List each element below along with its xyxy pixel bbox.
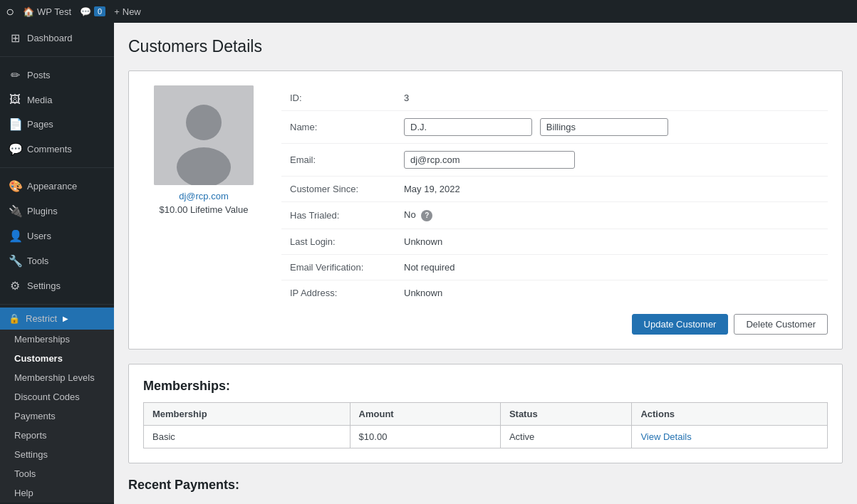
email-verification-value: Not required xyxy=(395,254,828,280)
email-label: Email: xyxy=(281,144,395,177)
memberships-card: Memberships: Membership Amount Status Ac… xyxy=(128,364,843,463)
table-row-email: Email: xyxy=(281,144,828,177)
lock-icon: 🔒 xyxy=(9,313,20,324)
comments-nav-icon: 💬 xyxy=(9,142,21,156)
posts-icon: ✏ xyxy=(9,68,21,82)
plugins-icon: 🔌 xyxy=(9,204,21,218)
view-details-link[interactable]: View Details xyxy=(640,431,691,442)
trialed-value: No xyxy=(404,209,416,220)
trialed-value-cell: No ? xyxy=(395,202,828,229)
sidebar-item-help[interactable]: Help xyxy=(0,483,114,503)
col-membership: Membership xyxy=(144,402,350,425)
wp-logo-icon[interactable]: ○ xyxy=(6,4,14,20)
restrict-submenu: Memberships Customers Membership Levels … xyxy=(0,330,114,503)
recent-payments-section: Recent Payments: xyxy=(128,478,843,493)
table-row-name: Name: xyxy=(281,111,828,144)
memberships-section-title: Memberships: xyxy=(143,379,828,394)
trialed-label: Has Trialed: xyxy=(281,202,395,229)
new-content-button[interactable]: + New xyxy=(114,6,141,17)
trialed-help-icon[interactable]: ? xyxy=(421,210,432,221)
delete-customer-button[interactable]: Delete Customer xyxy=(734,314,828,335)
restrict-menu-header[interactable]: 🔒 Restrict ▶ xyxy=(0,308,114,330)
chevron-right-icon: ▶ xyxy=(63,315,68,322)
settings-icon: ⚙ xyxy=(9,279,21,293)
sidebar-item-posts[interactable]: ✏ Posts xyxy=(0,63,114,88)
comment-icon: 💬 xyxy=(80,6,91,17)
sidebar-item-memberships[interactable]: Memberships xyxy=(0,330,114,349)
memberships-table: Membership Amount Status Actions Basic $… xyxy=(143,402,828,448)
appearance-icon: 🎨 xyxy=(9,179,21,193)
since-value: May 19, 2022 xyxy=(395,177,828,202)
table-row-last-login: Last Login: Unknown xyxy=(281,229,828,254)
col-amount: Amount xyxy=(350,402,500,425)
sidebar-item-pages[interactable]: 📄 Pages xyxy=(0,112,114,137)
page-title: Customers Details xyxy=(128,37,843,56)
admin-bar: ○ 🏠 WP Test 💬 0 + New xyxy=(0,0,857,23)
sidebar-item-dashboard[interactable]: ⊞ Dashboard xyxy=(0,26,114,51)
media-icon: 🖼 xyxy=(9,93,21,106)
name-label: Name: xyxy=(281,111,395,144)
users-icon: 👤 xyxy=(9,229,21,243)
home-icon: 🏠 xyxy=(23,6,34,17)
col-status: Status xyxy=(500,402,632,425)
email-input[interactable] xyxy=(404,151,575,169)
comments-link[interactable]: 💬 0 xyxy=(80,6,105,17)
email-verification-label: Email Verification: xyxy=(281,254,395,280)
recent-payments-title: Recent Payments: xyxy=(128,478,843,493)
table-row-ip: IP Address: Unknown xyxy=(281,280,828,305)
tools-icon: 🔧 xyxy=(9,254,21,268)
main-content: Customers Details dj@rcp.com $10.00 Life… xyxy=(114,23,857,504)
ip-label: IP Address: xyxy=(281,280,395,305)
sidebar-item-tools[interactable]: 🔧 Tools xyxy=(0,248,114,273)
sidebar-item-reports[interactable]: Reports xyxy=(0,426,114,445)
svg-point-1 xyxy=(186,105,222,140)
sidebar-item-settings[interactable]: ⚙ Settings xyxy=(0,273,114,298)
sidebar-item-media[interactable]: 🖼 Media xyxy=(0,88,114,112)
membership-amount: $10.00 xyxy=(350,425,500,448)
sidebar-item-discount-codes[interactable]: Discount Codes xyxy=(0,387,114,406)
plus-icon: + xyxy=(114,6,120,17)
table-row-id: ID: 3 xyxy=(281,85,828,111)
sidebar-item-restrict-settings[interactable]: Settings xyxy=(0,445,114,464)
sidebar-item-comments[interactable]: 💬 Comments xyxy=(0,137,114,162)
memberships-table-header-row: Membership Amount Status Actions xyxy=(144,402,828,425)
table-row-trialed: Has Trialed: No ? xyxy=(281,202,828,229)
avatar xyxy=(154,85,254,185)
table-row-email-verification: Email Verification: Not required xyxy=(281,254,828,280)
since-label: Customer Since: xyxy=(281,177,395,202)
sidebar-item-appearance[interactable]: 🎨 Appearance xyxy=(0,174,114,199)
dashboard-icon: ⊞ xyxy=(9,31,21,45)
email-input-cell xyxy=(395,144,828,177)
sidebar-item-membership-levels[interactable]: Membership Levels xyxy=(0,368,114,387)
first-name-input[interactable] xyxy=(404,118,532,136)
table-row-since: Customer Since: May 19, 2022 xyxy=(281,177,828,202)
ip-value: Unknown xyxy=(395,280,828,305)
sidebar-item-restrict-tools[interactable]: Tools xyxy=(0,464,114,483)
lifetime-value: $10.00 Lifetime Value xyxy=(160,204,249,215)
sidebar-item-plugins[interactable]: 🔌 Plugins xyxy=(0,199,114,224)
membership-status: Active xyxy=(500,425,632,448)
avatar-section: dj@rcp.com $10.00 Lifetime Value xyxy=(143,85,264,305)
membership-row: Basic $10.00 Active View Details xyxy=(144,425,828,448)
sidebar-item-payments[interactable]: Payments xyxy=(0,406,114,426)
name-inputs xyxy=(395,111,828,144)
col-actions: Actions xyxy=(632,402,828,425)
update-customer-button[interactable]: Update Customer xyxy=(632,314,729,335)
id-value: 3 xyxy=(395,85,828,111)
sidebar: ⊞ Dashboard ✏ Posts 🖼 Media 📄 Pages 💬 Co… xyxy=(0,23,114,504)
pages-icon: 📄 xyxy=(9,117,21,131)
last-login-value: Unknown xyxy=(395,229,828,254)
customer-details-table: ID: 3 Name: Email: xyxy=(281,85,828,305)
customer-details-card: dj@rcp.com $10.00 Lifetime Value ID: 3 N… xyxy=(128,70,843,350)
avatar-email-link[interactable]: dj@rcp.com xyxy=(179,191,229,201)
id-label: ID: xyxy=(281,85,395,111)
site-name[interactable]: 🏠 WP Test xyxy=(23,6,71,17)
customer-top-section: dj@rcp.com $10.00 Lifetime Value ID: 3 N… xyxy=(143,85,828,305)
action-buttons-row: Update Customer Delete Customer xyxy=(143,314,828,335)
sidebar-item-customers[interactable]: Customers xyxy=(0,349,114,368)
last-name-input[interactable] xyxy=(540,118,668,136)
membership-actions: View Details xyxy=(632,425,828,448)
sidebar-item-users[interactable]: 👤 Users xyxy=(0,224,114,248)
membership-name: Basic xyxy=(144,425,350,448)
last-login-label: Last Login: xyxy=(281,229,395,254)
